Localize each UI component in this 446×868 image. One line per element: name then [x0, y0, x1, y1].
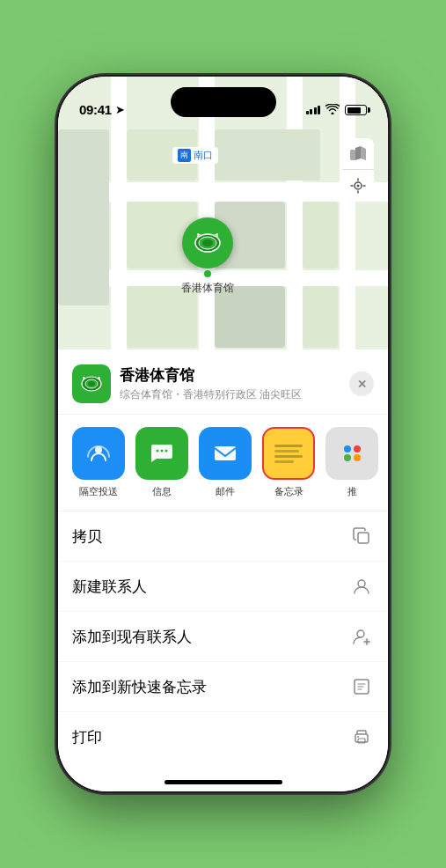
svg-point-21 — [161, 450, 164, 452]
svg-marker-1 — [355, 146, 361, 160]
svg-point-25 — [358, 580, 365, 587]
svg-point-4 — [357, 185, 360, 188]
print-icon — [349, 725, 374, 749]
home-indicator — [165, 780, 282, 784]
quick-note-icon — [349, 674, 374, 699]
svg-point-14 — [88, 381, 95, 386]
svg-point-7 — [202, 239, 213, 246]
dynamic-island — [171, 87, 276, 117]
share-airdrop[interactable]: 隔空投送 — [72, 427, 125, 498]
map-controls[interactable] — [342, 138, 374, 202]
mail-label: 邮件 — [216, 485, 235, 498]
action-quick-note[interactable]: 添加到新快速备忘录 — [58, 662, 388, 712]
map-label: 南 南口 — [172, 147, 218, 164]
venue-header: 香港体育馆 综合体育馆・香港特别行政区 油尖旺区 ✕ — [58, 350, 388, 415]
status-icons — [306, 103, 368, 117]
quick-note-label: 添加到新快速备忘录 — [72, 677, 207, 697]
pin-dot — [204, 270, 211, 277]
signal-bars — [306, 106, 321, 114]
svg-rect-0 — [350, 150, 355, 160]
phone-screen: 09:41 ➤ — [58, 77, 388, 791]
svg-marker-2 — [361, 146, 366, 160]
action-add-existing-contact[interactable]: 添加到现有联系人 — [58, 612, 388, 662]
action-new-contact[interactable]: 新建联系人 — [58, 562, 388, 612]
venue-subtitle: 综合体育馆・香港特别行政区 油尖旺区 — [120, 387, 349, 402]
pin-icon — [182, 217, 233, 268]
new-contact-icon — [349, 574, 374, 599]
messages-icon — [135, 427, 188, 480]
print-label: 打印 — [72, 727, 102, 747]
more-label: 推 — [347, 485, 357, 498]
airdrop-icon — [72, 427, 125, 480]
airdrop-label: 隔空投送 — [79, 485, 118, 498]
close-icon: ✕ — [357, 378, 367, 391]
more-icon — [325, 427, 378, 480]
venue-name: 香港体育馆 — [120, 365, 349, 386]
copy-label: 拷贝 — [72, 526, 102, 547]
notes-icon — [262, 427, 315, 480]
add-existing-icon — [349, 624, 374, 649]
svg-point-20 — [157, 450, 159, 452]
location-button[interactable] — [342, 170, 374, 202]
svg-point-26 — [357, 630, 364, 637]
battery-icon — [345, 105, 367, 115]
map-type-button[interactable] — [342, 138, 374, 170]
action-list: 拷贝 新建联系人 — [58, 511, 388, 761]
share-row: 隔空投送 信息 — [58, 415, 388, 511]
svg-rect-24 — [358, 533, 369, 543]
share-notes[interactable]: 备忘录 — [262, 427, 315, 498]
notes-label: 备忘录 — [274, 485, 303, 498]
bottom-sheet: 香港体育馆 综合体育馆・香港特别行政区 油尖旺区 ✕ — [58, 350, 388, 791]
action-print[interactable]: 打印 — [58, 712, 388, 761]
mail-icon — [199, 427, 252, 480]
svg-point-36 — [357, 736, 359, 738]
close-button[interactable]: ✕ — [349, 371, 374, 396]
notes-lines — [274, 445, 303, 463]
new-contact-label: 新建联系人 — [72, 577, 147, 597]
messages-label: 信息 — [152, 485, 172, 498]
share-mail[interactable]: 邮件 — [199, 427, 252, 498]
add-existing-label: 添加到现有联系人 — [72, 627, 192, 647]
phone-frame: 09:41 ➤ — [58, 77, 388, 791]
action-copy[interactable]: 拷贝 — [58, 511, 388, 562]
svg-rect-23 — [215, 446, 236, 460]
stadium-pin: 香港体育馆 — [181, 217, 234, 296]
pin-label: 香港体育馆 — [181, 281, 234, 296]
share-messages[interactable]: 信息 — [135, 427, 188, 498]
location-icon: ➤ — [115, 103, 125, 116]
wifi-icon — [325, 103, 340, 117]
status-time: 09:41 — [79, 102, 112, 117]
venue-info: 香港体育馆 综合体育馆・香港特别行政区 油尖旺区 — [120, 365, 349, 402]
svg-point-22 — [165, 450, 168, 452]
copy-icon — [349, 524, 374, 548]
share-more[interactable]: 推 — [325, 427, 378, 498]
venue-icon — [72, 364, 111, 403]
